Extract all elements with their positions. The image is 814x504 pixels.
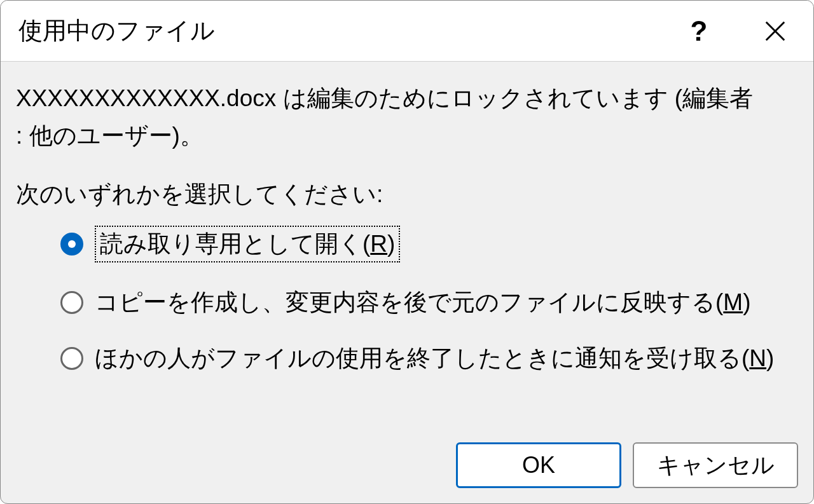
close-button[interactable] <box>737 1 813 62</box>
ok-button-label: OK <box>522 452 555 479</box>
ok-button[interactable]: OK <box>456 442 621 488</box>
dialog-title: 使用中のファイル <box>18 15 661 47</box>
lock-text-prefix: は編集のためにロックされています (編集者 <box>276 85 753 111</box>
option-notify[interactable]: ほかの人がファイルの使用を終了したときに通知を受け取る(N) <box>60 343 798 374</box>
filename-text: XXXXXXXXXXXXX.docx <box>16 85 276 111</box>
option-readonly[interactable]: 読み取り専用として開く(R) <box>60 226 798 262</box>
option-copy-label: コピーを作成し、変更内容を後で元のファイルに反映する(M) <box>95 287 750 318</box>
option-readonly-label: 読み取り専用として開く(R) <box>95 226 400 262</box>
radio-group: 読み取り専用として開く(R) コピーを作成し、変更内容を後で元のファイルに反映す… <box>16 226 798 374</box>
help-icon: ? <box>691 15 708 47</box>
lock-message: XXXXXXXXXXXXX.docx は編集のためにロックされています (編集者… <box>16 79 798 154</box>
help-button[interactable]: ? <box>661 1 737 62</box>
button-row: OK キャンセル <box>1 442 813 503</box>
prompt-text: 次のいずれかを選択してください: <box>16 179 798 210</box>
cancel-button[interactable]: キャンセル <box>633 442 798 488</box>
radio-copy[interactable] <box>60 291 83 314</box>
titlebar: 使用中のファイル ? <box>1 1 813 62</box>
lock-text-suffix: : 他のユーザー)。 <box>16 123 204 149</box>
close-icon <box>763 19 787 43</box>
radio-readonly[interactable] <box>60 233 83 255</box>
dialog-content: XXXXXXXXXXXXX.docx は編集のためにロックされています (編集者… <box>1 62 813 442</box>
option-copy[interactable]: コピーを作成し、変更内容を後で元のファイルに反映する(M) <box>60 287 798 318</box>
radio-notify[interactable] <box>60 347 83 370</box>
cancel-button-label: キャンセル <box>657 450 775 481</box>
option-notify-label: ほかの人がファイルの使用を終了したときに通知を受け取る(N) <box>95 343 774 374</box>
file-in-use-dialog: 使用中のファイル ? XXXXXXXXXXXXX.docx は編集のためにロック… <box>0 0 814 504</box>
